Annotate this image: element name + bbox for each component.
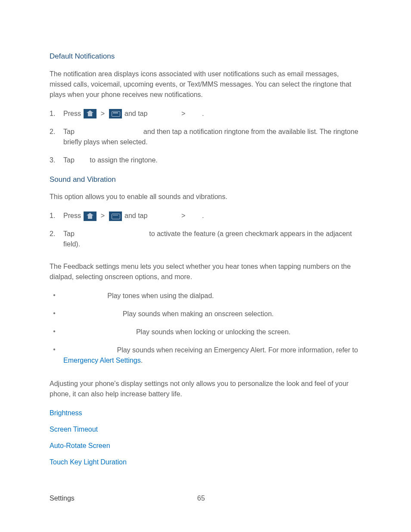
separator-gt: >: [99, 110, 106, 117]
home-icon: [84, 212, 97, 221]
separator-gt: >: [181, 212, 185, 219]
step-text-press: Press: [63, 110, 83, 117]
step-text-rest: to assign the ringtone.: [88, 156, 158, 164]
list-item: Play sounds when making an onscreen sele…: [63, 309, 361, 319]
list-item: Play sounds when receiving an Emergency …: [63, 345, 361, 366]
link-auto-rotate-screen[interactable]: Auto-Rotate Screen: [50, 442, 110, 449]
step-period: .: [202, 212, 204, 219]
para-feedback: The Feedback settings menu lets you sele…: [50, 261, 361, 282]
bullet-text: Play tones when using the dialpad.: [106, 292, 214, 299]
step-number: 3.: [50, 155, 55, 165]
step-text-andtap: and tap: [123, 110, 149, 117]
step-number: 1.: [50, 109, 55, 119]
step-text-tap: Tap: [63, 128, 76, 135]
home-icon: [84, 109, 97, 118]
list-item: Play sounds when locking or unlocking th…: [63, 327, 361, 337]
link-brightness[interactable]: Brightness: [50, 409, 82, 417]
feedback-bullets: Play tones when using the dialpad. Play …: [50, 291, 361, 366]
step-text-tap: Tap: [63, 156, 76, 164]
bullet-text: Play sounds when locking or unlocking th…: [134, 328, 290, 336]
separator-gt: >: [181, 110, 185, 117]
bullet-text-b: .: [141, 357, 143, 364]
link-screen-timeout[interactable]: Screen Timeout: [50, 426, 98, 433]
para-display: Adjusting your phone's display settings …: [50, 379, 361, 399]
steps-sound-vibration: 1. Press > and tap > . 2. Tap to activat…: [50, 211, 361, 249]
para-sound-vibration: This option allows you to enable all sou…: [50, 192, 361, 202]
step-text-tap: Tap: [63, 230, 76, 237]
menu-icon: [109, 212, 122, 221]
heading-default-notifications: Default Notifications: [50, 51, 361, 62]
step-number: 1.: [50, 211, 55, 221]
link-emergency-alert-settings[interactable]: Emergency Alert Settings: [63, 357, 141, 364]
step-text-rest: to activate the feature (a green checkma…: [63, 230, 352, 248]
step-1: 1. Press > and tap > .: [63, 109, 361, 119]
step-text-rest: and then tap a notification ringtone fro…: [63, 128, 358, 146]
step-2: 2. Tap and then tap a notification ringt…: [63, 127, 361, 147]
separator-gt: >: [99, 212, 106, 219]
list-item: Play tones when using the dialpad.: [63, 291, 361, 301]
para-default-notifications: The notification area displays icons ass…: [50, 69, 361, 100]
page-footer: Settings 65: [50, 493, 361, 504]
display-links: Brightness Screen Timeout Auto-Rotate Sc…: [50, 408, 361, 467]
step-number: 2.: [50, 229, 55, 239]
step-2: 2. Tap to activate the feature (a green …: [63, 229, 361, 249]
step-text-andtap: and tap: [123, 212, 149, 219]
step-period: .: [202, 110, 204, 117]
step-3: 3. Tap to assign the ringtone.: [63, 155, 361, 165]
heading-sound-vibration: Sound and Vibration: [50, 174, 361, 185]
bullet-text-a: Play sounds when receiving an Emergency …: [115, 346, 358, 354]
bullet-text: Play sounds when making an onscreen sele…: [121, 310, 274, 317]
step-1: 1. Press > and tap > .: [63, 211, 361, 221]
steps-default-notifications: 1. Press > and tap > . 2. Tap and then t…: [50, 109, 361, 165]
step-number: 2.: [50, 127, 55, 137]
menu-icon: [109, 109, 122, 118]
footer-section-label: Settings: [50, 493, 75, 504]
footer-page-number: 65: [197, 493, 205, 504]
link-touch-key-light-duration[interactable]: Touch Key Light Duration: [50, 458, 127, 466]
step-text-press: Press: [63, 212, 83, 219]
